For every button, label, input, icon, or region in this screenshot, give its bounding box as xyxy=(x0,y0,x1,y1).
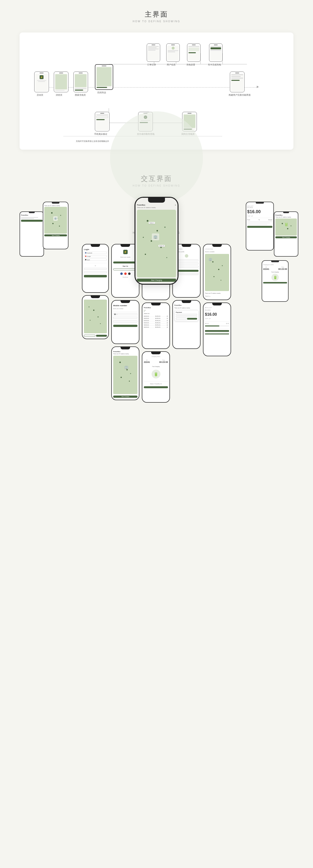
fc-screen-card-activate xyxy=(209,43,223,62)
topup-label: TOP UP xyxy=(247,215,273,217)
main-map: 🏢 Station A Station B xyxy=(137,210,176,277)
screen-wallet: WALLET BALANCE $16.00 TOP UP $25.00$9.00 xyxy=(203,303,231,356)
charge-id-display: 22241 xyxy=(263,268,269,270)
screen-stations-nearby: LOADING Stations available 🏢 There are 3… xyxy=(203,244,231,300)
label-charge-setting: 充电设置 xyxy=(186,63,195,66)
fc-screen-user xyxy=(166,43,180,62)
login-header: Login xyxy=(84,248,107,250)
screen-station-list: PowerBus A B Station list BURGASBURGAS10… xyxy=(142,303,170,349)
screen-charging-timer: Charging status ID 22241 Time 00:23:00 xyxy=(142,351,170,403)
charging-map-appname: PowerBus xyxy=(113,351,137,352)
fc-screen-splash: ⚡ xyxy=(34,71,49,92)
wallet-balance-label: BALANCE xyxy=(205,309,229,311)
start-charging-main[interactable]: Start Charging xyxy=(137,279,176,282)
side-phone-far-right: PowerBus There are 37 stations nearby 🔋 … xyxy=(274,212,298,257)
start-charging-left: Start Charging xyxy=(44,235,67,236)
timer-time: 00:23:00 xyxy=(159,361,168,363)
label-browse: 浏览页 xyxy=(56,94,62,97)
payment-appname: PowerBus xyxy=(174,305,199,306)
section1-title-zh: 主界面 xyxy=(0,10,313,19)
profile-avatar xyxy=(185,254,188,257)
label-find: 搜索充电页 xyxy=(75,94,86,97)
main-phone-topbar: PowerBus ⚙ xyxy=(137,204,176,206)
side-phone-wallet: WALLET BALANCE $16.00 TOP UP FromToAmoun… xyxy=(246,202,274,250)
fc-screen-find xyxy=(74,71,88,92)
label-footer: 充电时可切换界面让业务流程顺畅运作 xyxy=(76,140,109,143)
google-btn[interactable]: Google xyxy=(84,255,107,257)
fc-screen-new-user xyxy=(230,71,245,92)
col-1: Login Facebook Google Apple xyxy=(82,244,109,339)
payment-stations: There are 37 stations nearby xyxy=(174,307,199,309)
section-interactive: 交互界面 HOW TO DEFINE SHOWING PowerBus xyxy=(0,164,313,212)
side-phone-far-left: PowerBus xyxy=(20,212,44,257)
stations-text-left: There are 37 stations nearby xyxy=(44,205,67,206)
screen-login: Login Facebook Google Apple xyxy=(82,244,109,293)
label-new-user: 构建用户完善功能界面 xyxy=(229,94,251,97)
section1-title-en: HOW TO DEFINE SHOWING xyxy=(0,20,313,23)
col-5: LOADING Stations available 🏢 There are 3… xyxy=(203,244,231,356)
bg-blob xyxy=(110,111,203,204)
app-logo: ⚡ xyxy=(123,250,127,254)
stations-text-right: There are 37 stations nearby xyxy=(275,216,297,218)
label-phone-verify: 手机规从验证 xyxy=(94,132,107,136)
label-main: 目的到达 xyxy=(97,91,106,94)
screen-payment-popup: PowerBus There are 37 stations nearby Pa… xyxy=(172,300,200,349)
wallet-balance-amount: $16.00 xyxy=(205,312,229,317)
screen-mobile: Mobile number Enter your number 📱 +1 xyxy=(111,300,139,344)
facebook-btn[interactable]: Facebook xyxy=(84,252,107,254)
start-charging-right: Start Charging xyxy=(275,236,297,238)
charging-map-stations: There are 37 stations nearby xyxy=(113,353,137,354)
main-stations-text: There are 37 stations nearby xyxy=(137,207,176,208)
screen-map-small xyxy=(82,295,109,339)
main-appname: PowerBus xyxy=(137,204,145,206)
svg-marker-12 xyxy=(257,86,259,88)
label-user: 用户信息 xyxy=(167,63,176,66)
balance-amount: $16.00 xyxy=(247,209,273,214)
wallet-screen-label: WALLET xyxy=(205,307,229,308)
charging-map-btn[interactable]: Start Charging xyxy=(113,396,137,398)
label-card-activate: 充卡活成充电 xyxy=(208,63,221,66)
label-splash: 启动页 xyxy=(37,94,43,97)
timer-display: 00:23:00 xyxy=(278,268,287,270)
screen-charging-map: PowerBus There are 37 stations nearby 🏢 … xyxy=(111,346,139,400)
nearby-stations-text: There are 37 stations nearby xyxy=(205,292,229,294)
fc-screen-phone-verify xyxy=(95,112,110,131)
label-order: 订单记录 xyxy=(147,63,156,66)
charge-id: 22241 xyxy=(270,264,274,266)
fc-screen-order xyxy=(147,43,160,62)
balance-label: BALANCE xyxy=(247,207,273,208)
list-appname: PowerBus xyxy=(144,307,168,308)
section1-header: 主界面 HOW TO DEFINE SHOWING xyxy=(0,0,313,28)
fc-screen-main xyxy=(95,64,113,90)
interactive-scene: PowerBus There are 37 stations nearby xyxy=(0,192,313,212)
wallet-topup-label: TOP UP xyxy=(205,318,229,319)
timer-charge-id: 22241 xyxy=(144,361,150,363)
side-phone-timer: Charging ID: 22241 ID 22241 Time 00:23:0… xyxy=(262,260,289,302)
apple-btn[interactable]: Apple xyxy=(84,258,107,261)
left-phone-appname: PowerBus xyxy=(21,214,42,216)
fc-screen-browse xyxy=(54,71,68,92)
mobile-header: Mobile number xyxy=(113,305,137,307)
side-phone-left: There are 37 stations nearby 🏢 Start Cha… xyxy=(43,202,68,249)
fc-screen-charge-setting xyxy=(187,43,200,62)
right-phone-appname: PowerBus xyxy=(275,214,297,216)
main-center-phone: PowerBus ⚙ There are 37 stations nearby … xyxy=(135,197,178,285)
